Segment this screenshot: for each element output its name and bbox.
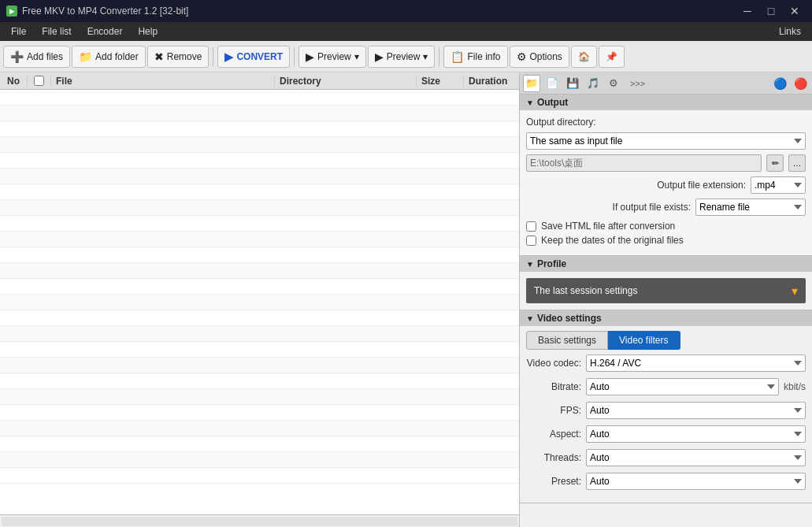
output-section-content: Output directory: The same as input file… [520,110,812,255]
threads-select[interactable]: Auto [586,449,806,466]
table-row [0,90,519,106]
preview1-button[interactable]: ▶ Preview ▾ [298,46,366,68]
preview2-label: Preview [387,51,421,62]
minimize-button[interactable]: ─ [736,0,758,22]
save-html-checkbox[interactable] [526,221,536,232]
select-all-checkbox[interactable] [34,76,44,86]
tab-save[interactable]: 💾 [564,75,581,92]
browse-dir-button[interactable]: … [788,154,806,172]
keep-dates-checkbox[interactable] [526,236,536,246]
fps-row: FPS: Auto [526,402,806,419]
video-settings-rows: Video codec: H.264 / AVC H.265 / HEVC Bi… [520,354,812,503]
video-settings-section: ▼ Video settings Basic settings Video fi… [520,310,812,503]
preview2-arrow[interactable]: ▾ [423,51,428,62]
preview2-icon: ▶ [375,50,384,63]
profile-arrow-icon: ▼ [526,260,534,269]
custom-dir-input[interactable] [526,154,762,172]
table-row [0,247,519,263]
tabs-more-button[interactable]: >>> [625,77,650,90]
bitrate-unit: kbit/s [784,381,806,392]
video-section-label: Video settings [537,313,602,324]
tab-action-blue[interactable]: 🔵 [771,75,788,92]
title-bar: ▶ Free MKV to MP4 Converter 1.2 [32-bit]… [0,0,812,22]
table-row [0,137,519,153]
output-section: ▼ Output Output directory: The same as i… [520,95,812,256]
preview1-label: Preview [317,51,351,62]
video-arrow-icon: ▼ [526,314,534,323]
profile-section-header: ▼ Profile [520,256,812,272]
add-files-label: Add files [27,51,63,62]
menu-file[interactable]: File [3,22,34,41]
remove-button[interactable]: ✖ Remove [147,46,209,68]
keep-dates-row: Keep the dates of the original files [526,235,806,246]
add-folder-button[interactable]: 📁 Add folder [72,46,146,68]
extension-label: Output file extension: [657,180,746,191]
horizontal-scrollbar[interactable] [2,517,517,526]
maximize-button[interactable]: □ [760,0,782,22]
extension-select[interactable]: .mp4 .mkv .avi [751,176,806,194]
bitrate-select[interactable]: Auto [586,378,779,395]
preset-select[interactable]: Auto [586,473,806,490]
convert-icon: ▶ [224,50,233,63]
tab-document[interactable]: 📄 [543,75,561,92]
preview2-button[interactable]: ▶ Preview ▾ [368,46,436,68]
table-row [0,263,519,279]
bitrate-row: Bitrate: Auto kbit/s [526,378,806,395]
tab-basic-settings[interactable]: Basic settings [526,331,608,350]
tab-action-red[interactable]: 🔴 [792,75,809,92]
file-info-button[interactable]: 📋 File info [443,46,507,68]
aspect-select[interactable]: Auto [586,425,806,443]
table-row [0,310,519,326]
menu-links[interactable]: Links [771,22,809,41]
video-codec-select[interactable]: H.264 / AVC H.265 / HEVC [586,354,806,372]
if-exists-select[interactable]: Rename file Overwrite Skip [695,199,806,216]
toolbar: ➕ Add files 📁 Add folder ✖ Remove ▶ CONV… [0,41,812,72]
table-row [0,153,519,169]
table-row [0,452,519,468]
output-dir-label: Output directory: [526,117,596,128]
add-folder-label: Add folder [95,51,139,62]
title-bar-controls[interactable]: ─ □ ✕ [736,0,806,22]
remove-icon: ✖ [154,50,164,63]
fps-select[interactable]: Auto [586,402,806,419]
profile-selected-label: The last session settings [534,285,637,296]
tab-settings[interactable]: ⚙ [605,75,622,92]
pin-icon: 📌 [606,51,617,62]
file-table-header: No File Directory Size Duration [0,72,519,90]
profile-dropdown[interactable]: The last session settings ▾ [526,278,806,303]
close-button[interactable]: ✕ [784,0,806,22]
table-row [0,106,519,121]
if-exists-row: If output file exists: Rename file Overw… [526,199,806,216]
table-row [0,232,519,247]
pin-button[interactable]: 📌 [599,46,625,68]
table-row [0,436,519,452]
tab-folder[interactable]: 📁 [523,75,540,92]
add-files-button[interactable]: ➕ Add files [3,46,70,68]
edit-dir-button[interactable]: ✏ [766,154,784,172]
output-dir-select[interactable]: The same as input file Custom directory [526,132,806,150]
preset-row: Preset: Auto [526,473,806,490]
options-button[interactable]: ⚙ Options [510,46,569,68]
video-section-header: ▼ Video settings [520,310,812,326]
video-codec-row: Video codec: H.264 / AVC H.265 / HEVC [526,354,806,372]
output-section-header: ▼ Output [520,95,812,110]
file-list-panel: No File Directory Size Duration [0,72,520,527]
output-section-label: Output [537,97,568,108]
convert-label: CONVERT [236,51,283,62]
right-panel-tabs: 📁 📄 💾 🎵 ⚙ >>> 🔵 🔴 [520,72,812,95]
threads-row: Threads: Auto [526,449,806,466]
table-row [0,295,519,310]
menu-encoder[interactable]: Encoder [80,22,131,41]
menu-help[interactable]: Help [130,22,165,41]
col-header-file: File [51,76,275,87]
convert-button[interactable]: ▶ CONVERT [217,46,290,68]
menu-file-list[interactable]: File list [34,22,79,41]
save-html-label: Save HTML file after conversion [541,221,675,232]
aspect-label: Aspect: [526,429,581,440]
table-row [0,468,519,484]
home-button[interactable]: 🏠 [571,46,597,68]
remove-label: Remove [167,51,202,62]
preview1-arrow[interactable]: ▾ [354,51,359,62]
tab-audio[interactable]: 🎵 [584,75,602,92]
tab-video-filters[interactable]: Video filters [608,331,680,350]
